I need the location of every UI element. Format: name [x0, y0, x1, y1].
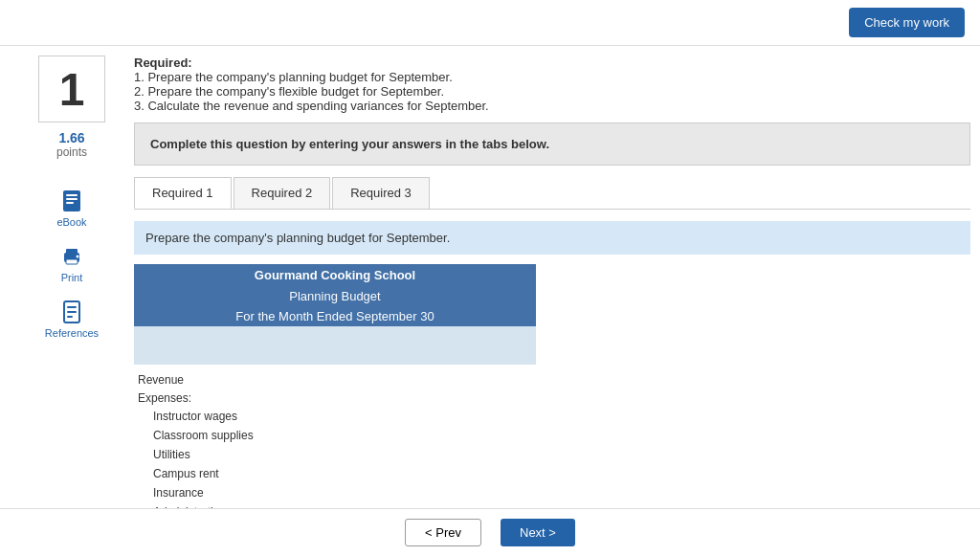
table-row: Instructor wages [134, 407, 536, 426]
print-icon [58, 243, 85, 270]
required-item-1: 1. Prepare the company's planning budget… [134, 70, 453, 84]
insurance-cell[interactable] [469, 483, 536, 502]
main-layout: 1 1.66 points eBook [0, 46, 980, 556]
svg-rect-0 [63, 190, 80, 211]
tab-required-2[interactable]: Required 2 [234, 177, 331, 209]
campus-rent-cell[interactable] [469, 464, 536, 483]
check-my-work-button[interactable]: Check my work [849, 8, 965, 37]
input-top-2[interactable] [473, 347, 532, 363]
svg-rect-5 [66, 249, 78, 254]
svg-rect-2 [66, 198, 78, 200]
input-cell-top-1[interactable] [469, 326, 536, 345]
question-number: 1 [59, 63, 85, 116]
campus-rent-input[interactable] [473, 466, 532, 481]
required-item-2: 2. Prepare the company's flexible budget… [134, 84, 444, 99]
insurance-label: Insurance [134, 483, 469, 502]
points-value: 1.66 [58, 130, 84, 145]
insurance-input[interactable] [473, 485, 532, 500]
top-bar: Check my work [0, 0, 980, 46]
svg-rect-1 [66, 194, 78, 196]
input-top-1[interactable] [473, 328, 532, 344]
required-item-3: 3. Calculate the revenue and spending va… [134, 99, 489, 113]
ebook-label: eBook [56, 216, 86, 228]
table-row: Campus rent [134, 464, 536, 483]
tabs-container: Required 1 Required 2 Required 3 [134, 177, 970, 210]
sidebar-references[interactable]: References [39, 293, 104, 345]
next-button[interactable]: Next > [501, 519, 575, 546]
input-cell-top-2[interactable] [469, 345, 536, 365]
print-label: Print [61, 272, 83, 283]
references-label: References [45, 327, 99, 339]
budget-period: For the Month Ended September 30 [134, 306, 536, 326]
empty-label-cell [134, 326, 469, 345]
classroom-supplies-cell[interactable] [469, 426, 536, 445]
table-row [134, 326, 536, 345]
required-label: Required: [134, 56, 192, 70]
expenses-empty [469, 389, 536, 407]
classroom-supplies-label: Classroom supplies [134, 426, 469, 445]
content-area: Required: 1. Prepare the company's plann… [134, 56, 970, 556]
utilities-input[interactable] [473, 447, 532, 462]
sidebar-print[interactable]: Print [53, 237, 91, 289]
svg-rect-3 [66, 202, 74, 204]
budget-subtitle: Planning Budget [134, 286, 536, 306]
utilities-cell[interactable] [469, 445, 536, 464]
svg-rect-11 [67, 316, 73, 318]
table-row: Utilities [134, 445, 536, 464]
instruction-box: Complete this question by entering your … [134, 122, 970, 166]
expenses-label: Expenses: [134, 389, 469, 407]
question-number-box: 1 [38, 56, 105, 122]
empty-label-cell-2 [134, 345, 469, 365]
table-row: Expenses: [134, 389, 536, 407]
classroom-supplies-input[interactable] [473, 428, 532, 443]
required-text-block: Required: 1. Prepare the company's plann… [134, 56, 970, 113]
sidebar-ebook[interactable]: eBook [51, 182, 92, 234]
table-row: Classroom supplies [134, 426, 536, 445]
bottom-nav: < Prev Next > [0, 508, 980, 556]
tab-required-1[interactable]: Required 1 [134, 177, 232, 209]
svg-rect-9 [67, 306, 77, 308]
table-row: Insurance [134, 483, 536, 502]
revenue-input-cell[interactable] [469, 370, 536, 389]
svg-rect-10 [67, 311, 77, 313]
tab-required-3[interactable]: Required 3 [332, 177, 430, 209]
left-sidebar: 1 1.66 points eBook [10, 56, 134, 556]
sidebar-icons: eBook Print Refe [39, 182, 104, 345]
instructor-wages-cell[interactable] [469, 407, 536, 426]
revenue-label: Revenue [134, 370, 469, 389]
campus-rent-label: Campus rent [134, 464, 469, 483]
prepare-text: Prepare the company's planning budget fo… [134, 221, 970, 255]
prev-button[interactable]: < Prev [405, 519, 481, 546]
instructor-wages-input[interactable] [473, 409, 532, 424]
revenue-input[interactable] [473, 372, 532, 388]
utilities-label: Utilities [134, 445, 469, 464]
ebook-icon [58, 188, 85, 214]
budget-title: Gourmand Cooking School [134, 264, 536, 286]
svg-rect-6 [66, 259, 78, 264]
instructor-wages-label: Instructor wages [134, 407, 469, 426]
points-label: points [56, 145, 87, 159]
references-icon [58, 299, 85, 325]
table-row [134, 345, 536, 365]
table-row: Revenue [134, 370, 536, 389]
svg-point-7 [76, 256, 78, 258]
